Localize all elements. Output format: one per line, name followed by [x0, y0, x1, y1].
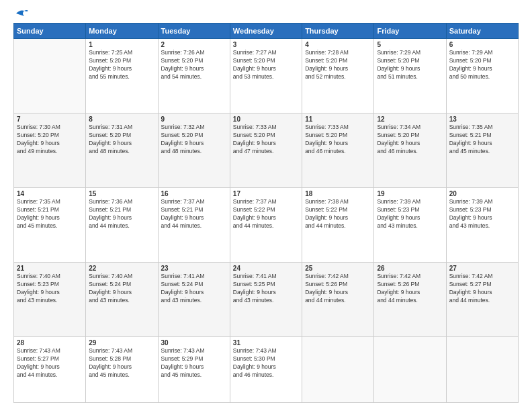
day-info: Sunrise: 7:43 AMSunset: 5:30 PMDaylight:… — [233, 347, 299, 379]
day-number: 5 — [377, 41, 443, 48]
day-info: Sunrise: 7:26 AMSunset: 5:20 PMDaylight:… — [161, 49, 227, 81]
calendar-cell: 14Sunrise: 7:35 AMSunset: 5:21 PMDayligh… — [14, 188, 86, 263]
day-number: 19 — [377, 190, 443, 197]
day-info: Sunrise: 7:42 AMSunset: 5:26 PMDaylight:… — [305, 273, 371, 305]
day-info: Sunrise: 7:41 AMSunset: 5:25 PMDaylight:… — [233, 273, 299, 305]
day-number: 23 — [161, 265, 227, 272]
day-number: 11 — [305, 116, 371, 123]
day-info: Sunrise: 7:36 AMSunset: 5:21 PMDaylight:… — [89, 198, 154, 230]
day-number: 6 — [449, 41, 515, 48]
day-number: 20 — [449, 190, 515, 197]
day-number: 7 — [17, 116, 83, 123]
calendar-cell: 24Sunrise: 7:41 AMSunset: 5:25 PMDayligh… — [230, 263, 302, 337]
calendar-cell: 18Sunrise: 7:38 AMSunset: 5:22 PMDayligh… — [302, 188, 374, 263]
calendar-week-row: 28Sunrise: 7:43 AMSunset: 5:27 PMDayligh… — [14, 337, 519, 403]
day-info: Sunrise: 7:37 AMSunset: 5:22 PMDaylight:… — [233, 198, 299, 230]
day-info: Sunrise: 7:40 AMSunset: 5:24 PMDaylight:… — [89, 273, 154, 305]
day-number: 12 — [377, 116, 443, 123]
day-info: Sunrise: 7:37 AMSunset: 5:21 PMDaylight:… — [161, 198, 227, 230]
day-number: 10 — [233, 116, 299, 123]
calendar-cell — [374, 337, 446, 403]
calendar-cell: 4Sunrise: 7:28 AMSunset: 5:20 PMDaylight… — [302, 39, 374, 113]
calendar-cell: 8Sunrise: 7:31 AMSunset: 5:20 PMDaylight… — [86, 113, 158, 188]
logo-bird-icon — [15, 8, 28, 19]
day-number: 30 — [161, 339, 227, 347]
day-number: 22 — [89, 265, 154, 272]
calendar-cell — [302, 337, 374, 403]
calendar-header-sunday: Sunday — [14, 24, 86, 39]
calendar-cell: 21Sunrise: 7:40 AMSunset: 5:23 PMDayligh… — [14, 263, 86, 337]
calendar-cell: 1Sunrise: 7:25 AMSunset: 5:20 PMDaylight… — [86, 39, 158, 113]
calendar-week-row: 7Sunrise: 7:30 AMSunset: 5:20 PMDaylight… — [14, 113, 519, 188]
day-number: 31 — [233, 339, 299, 347]
day-info: Sunrise: 7:33 AMSunset: 5:20 PMDaylight:… — [305, 124, 371, 156]
day-info: Sunrise: 7:42 AMSunset: 5:27 PMDaylight:… — [449, 273, 515, 305]
calendar-cell: 30Sunrise: 7:43 AMSunset: 5:29 PMDayligh… — [158, 337, 230, 403]
calendar-cell: 5Sunrise: 7:29 AMSunset: 5:20 PMDaylight… — [374, 39, 446, 113]
day-info: Sunrise: 7:28 AMSunset: 5:20 PMDaylight:… — [305, 49, 371, 81]
day-info: Sunrise: 7:38 AMSunset: 5:22 PMDaylight:… — [305, 198, 371, 230]
calendar-cell: 22Sunrise: 7:40 AMSunset: 5:24 PMDayligh… — [86, 263, 158, 337]
calendar-cell: 23Sunrise: 7:41 AMSunset: 5:24 PMDayligh… — [158, 263, 230, 337]
day-info: Sunrise: 7:43 AMSunset: 5:27 PMDaylight:… — [17, 347, 83, 379]
logo — [13, 11, 28, 16]
calendar-cell: 25Sunrise: 7:42 AMSunset: 5:26 PMDayligh… — [302, 263, 374, 337]
calendar-cell: 10Sunrise: 7:33 AMSunset: 5:20 PMDayligh… — [230, 113, 302, 188]
calendar-cell: 6Sunrise: 7:29 AMSunset: 5:20 PMDaylight… — [446, 39, 518, 113]
day-info: Sunrise: 7:43 AMSunset: 5:28 PMDaylight:… — [89, 347, 154, 379]
day-info: Sunrise: 7:39 AMSunset: 5:23 PMDaylight:… — [377, 198, 443, 230]
calendar-cell: 7Sunrise: 7:30 AMSunset: 5:20 PMDaylight… — [14, 113, 86, 188]
day-number: 15 — [89, 190, 154, 197]
calendar-cell: 27Sunrise: 7:42 AMSunset: 5:27 PMDayligh… — [446, 263, 518, 337]
calendar-cell — [446, 337, 518, 403]
calendar-cell: 2Sunrise: 7:26 AMSunset: 5:20 PMDaylight… — [158, 39, 230, 113]
day-number: 4 — [305, 41, 371, 48]
calendar-cell: 20Sunrise: 7:39 AMSunset: 5:23 PMDayligh… — [446, 188, 518, 263]
day-number: 29 — [89, 339, 154, 347]
day-info: Sunrise: 7:41 AMSunset: 5:24 PMDaylight:… — [161, 273, 227, 305]
day-number: 17 — [233, 190, 299, 197]
day-info: Sunrise: 7:40 AMSunset: 5:23 PMDaylight:… — [17, 273, 83, 305]
day-number: 21 — [17, 265, 83, 272]
day-info: Sunrise: 7:29 AMSunset: 5:20 PMDaylight:… — [377, 49, 443, 81]
calendar-header-monday: Monday — [86, 24, 158, 39]
calendar-header-friday: Friday — [374, 24, 446, 39]
calendar-cell: 29Sunrise: 7:43 AMSunset: 5:28 PMDayligh… — [86, 337, 158, 403]
calendar-cell: 31Sunrise: 7:43 AMSunset: 5:30 PMDayligh… — [230, 337, 302, 403]
day-info: Sunrise: 7:33 AMSunset: 5:20 PMDaylight:… — [233, 124, 299, 156]
day-number: 24 — [233, 265, 299, 272]
calendar-cell: 26Sunrise: 7:42 AMSunset: 5:26 PMDayligh… — [374, 263, 446, 337]
calendar-table: SundayMondayTuesdayWednesdayThursdayFrid… — [13, 23, 519, 403]
day-info: Sunrise: 7:29 AMSunset: 5:20 PMDaylight:… — [449, 49, 515, 81]
day-info: Sunrise: 7:30 AMSunset: 5:20 PMDaylight:… — [17, 124, 83, 156]
day-info: Sunrise: 7:32 AMSunset: 5:20 PMDaylight:… — [161, 124, 227, 156]
calendar-header-tuesday: Tuesday — [158, 24, 230, 39]
day-info: Sunrise: 7:35 AMSunset: 5:21 PMDaylight:… — [449, 124, 515, 156]
day-number: 14 — [17, 190, 83, 197]
header — [13, 11, 519, 16]
day-number: 18 — [305, 190, 371, 197]
day-info: Sunrise: 7:39 AMSunset: 5:23 PMDaylight:… — [449, 198, 515, 230]
day-number: 9 — [161, 116, 227, 123]
day-info: Sunrise: 7:34 AMSunset: 5:20 PMDaylight:… — [377, 124, 443, 156]
day-info: Sunrise: 7:27 AMSunset: 5:20 PMDaylight:… — [233, 49, 299, 81]
calendar-cell: 19Sunrise: 7:39 AMSunset: 5:23 PMDayligh… — [374, 188, 446, 263]
day-info: Sunrise: 7:31 AMSunset: 5:20 PMDaylight:… — [89, 124, 154, 156]
day-info: Sunrise: 7:42 AMSunset: 5:26 PMDaylight:… — [377, 273, 443, 305]
calendar-header-row: SundayMondayTuesdayWednesdayThursdayFrid… — [14, 24, 519, 39]
calendar-week-row: 14Sunrise: 7:35 AMSunset: 5:21 PMDayligh… — [14, 188, 519, 263]
calendar-cell: 28Sunrise: 7:43 AMSunset: 5:27 PMDayligh… — [14, 337, 86, 403]
page-container: SundayMondayTuesdayWednesdayThursdayFrid… — [0, 0, 532, 411]
calendar-cell: 11Sunrise: 7:33 AMSunset: 5:20 PMDayligh… — [302, 113, 374, 188]
day-number: 3 — [233, 41, 299, 48]
calendar-cell — [14, 39, 86, 113]
day-number: 27 — [449, 265, 515, 272]
calendar-cell: 3Sunrise: 7:27 AMSunset: 5:20 PMDaylight… — [230, 39, 302, 113]
calendar-cell: 16Sunrise: 7:37 AMSunset: 5:21 PMDayligh… — [158, 188, 230, 263]
day-number: 25 — [305, 265, 371, 272]
calendar-week-row: 21Sunrise: 7:40 AMSunset: 5:23 PMDayligh… — [14, 263, 519, 337]
day-number: 13 — [449, 116, 515, 123]
day-number: 2 — [161, 41, 227, 48]
calendar-cell: 15Sunrise: 7:36 AMSunset: 5:21 PMDayligh… — [86, 188, 158, 263]
calendar-header-saturday: Saturday — [446, 24, 518, 39]
